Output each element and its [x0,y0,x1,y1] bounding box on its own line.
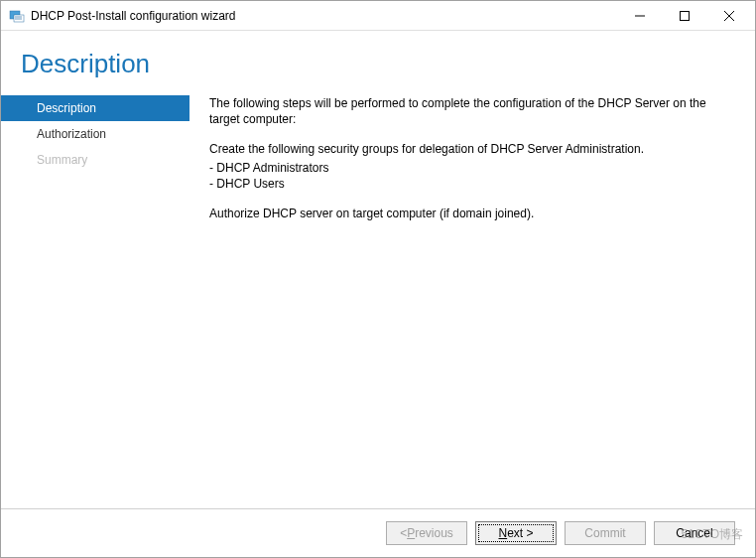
sidebar-item-authorization[interactable]: Authorization [1,121,189,147]
sidebar-item-description[interactable]: Description [1,95,189,121]
button-rest: revious [415,526,453,540]
sidebar-item-label: Summary [37,153,87,167]
sidebar-item-label: Description [37,101,96,115]
sidebar-item-label: Authorization [37,127,106,141]
sidebar: Description Authorization Summary [1,89,189,508]
group-item-users: - DHCP Users [209,176,725,192]
header-area: Description [1,31,755,89]
svg-rect-1 [14,15,24,22]
window-controls [617,2,751,30]
app-icon [9,8,25,24]
content-panel: The following steps will be performed to… [189,89,735,508]
titlebar: DHCP Post-Install configuration wizard [1,1,755,31]
group-list: - DHCP Administrators - DHCP Users [209,160,725,192]
button-label: Cancel [676,526,712,540]
window-title: DHCP Post-Install configuration wizard [31,9,617,23]
close-button[interactable] [706,2,751,30]
wizard-window: DHCP Post-Install configuration wizard D… [0,0,756,558]
maximize-button[interactable] [662,2,706,30]
svg-rect-5 [680,11,689,20]
authorize-text: Authorize DHCP server on target computer… [209,206,725,221]
footer: < Previous Next > Commit Cancel [1,508,755,557]
body-area: Description Authorization Summary The fo… [1,89,755,508]
commit-button: Commit [565,521,646,545]
next-button[interactable]: Next > [475,521,557,545]
button-rest: ext > [507,526,533,540]
minimize-button[interactable] [617,2,662,30]
previous-button: < Previous [386,521,467,545]
groups-intro-text: Create the following security groups for… [209,141,725,157]
button-prefix: < [400,526,407,540]
intro-text: The following steps will be performed to… [209,95,725,127]
group-item-admins: - DHCP Administrators [209,160,725,176]
button-mnemonic: N [498,526,507,540]
button-label: Commit [584,526,625,540]
button-mnemonic: P [407,526,415,540]
sidebar-item-summary: Summary [1,147,189,173]
page-title: Description [21,49,735,79]
cancel-button[interactable]: Cancel [654,521,735,545]
